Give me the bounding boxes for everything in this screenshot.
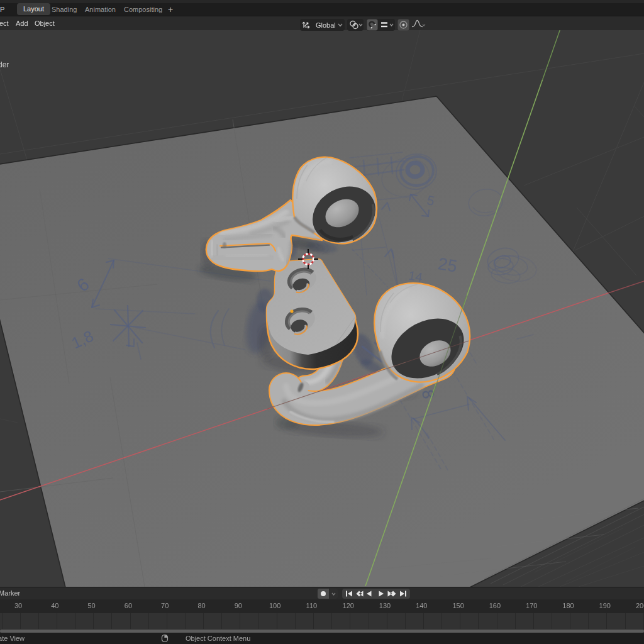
- svg-text:der: der: [0, 60, 9, 69]
- svg-text:Global: Global: [316, 21, 336, 29]
- svg-text:14: 14: [408, 269, 424, 285]
- svg-text:25: 25: [436, 254, 458, 276]
